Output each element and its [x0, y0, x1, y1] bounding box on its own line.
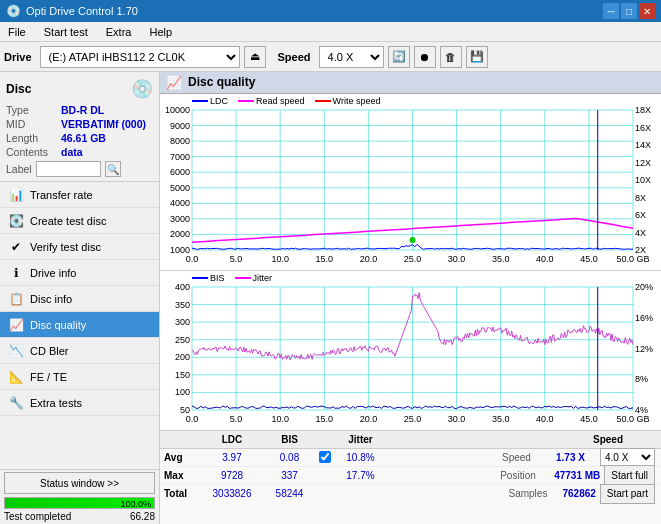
status-window-btn[interactable]: Status window >>	[4, 472, 155, 494]
ldc-color	[192, 100, 208, 102]
disc-title: Disc	[6, 82, 31, 96]
titlebar-left: 💿 Opti Drive Control 1.70	[6, 4, 138, 18]
nav-menu: 📊 Transfer rate 💽 Create test disc ✔ Ver…	[0, 182, 159, 469]
menu-file[interactable]: File	[4, 25, 30, 39]
start-full-btn[interactable]: Start full	[604, 465, 655, 485]
maximize-button[interactable]: □	[621, 3, 637, 19]
fe-te-icon: 📐	[8, 370, 24, 384]
legend-jitter-label: Jitter	[253, 273, 273, 283]
drive-select[interactable]: (E:) ATAPI iHBS112 2 CL0K	[40, 46, 240, 68]
chart-header-title: Disc quality	[188, 75, 255, 89]
avg-jitter: 10.8%	[333, 452, 388, 463]
sidebar-item-disc-quality[interactable]: 📈 Disc quality	[0, 312, 159, 338]
cd-bler-icon: 📉	[8, 344, 24, 358]
disc-mid-row: MID VERBATIMf (000)	[6, 118, 153, 130]
sidebar-item-drive-info[interactable]: ℹ Drive info	[0, 260, 159, 286]
disc-mid-label: MID	[6, 118, 61, 130]
record-button[interactable]: ⏺	[414, 46, 436, 68]
chart2-canvas	[160, 271, 661, 428]
status-text: Test completed	[4, 511, 71, 522]
sidebar-item-extra-tests[interactable]: 🔧 Extra tests	[0, 390, 159, 416]
disc-icon: 💿	[131, 78, 153, 100]
stats-col-bis-header: BIS	[262, 434, 317, 445]
menu-start-test[interactable]: Start test	[40, 25, 92, 39]
progress-text: 100.0%	[120, 498, 151, 509]
titlebar: 💿 Opti Drive Control 1.70 ─ □ ✕	[0, 0, 661, 22]
avg-ldc: 3.97	[202, 452, 262, 463]
sidebar-item-create-test-disc[interactable]: 💽 Create test disc	[0, 208, 159, 234]
content-area: 📈 Disc quality LDC Read speed	[160, 72, 661, 524]
sidebar-item-fe-te[interactable]: 📐 FE / TE	[0, 364, 159, 390]
sidebar-item-verify-test-disc[interactable]: ✔ Verify test disc	[0, 234, 159, 260]
minimize-button[interactable]: ─	[603, 3, 619, 19]
max-jitter: 17.7%	[333, 470, 388, 481]
refresh-button[interactable]: 🔄	[388, 46, 410, 68]
speed-label: Speed	[278, 51, 311, 63]
jitter-checkbox[interactable]	[319, 451, 331, 463]
titlebar-controls: ─ □ ✕	[603, 3, 655, 19]
drive-label: Drive	[4, 51, 32, 63]
status-value: 66.28	[130, 511, 155, 522]
close-button[interactable]: ✕	[639, 3, 655, 19]
nav-label-drive-info: Drive info	[30, 267, 76, 279]
chart-header-icon: 📈	[166, 75, 182, 90]
disc-mid-value: VERBATIMf (000)	[61, 118, 146, 130]
speed-label-right: Speed	[502, 452, 552, 463]
legend-write-speed-label: Write speed	[333, 96, 381, 106]
main-layout: Disc 💿 Type BD-R DL MID VERBATIMf (000) …	[0, 72, 661, 524]
disc-length-row: Length 46.61 GB	[6, 132, 153, 144]
stats-col-ldc-header: LDC	[202, 434, 262, 445]
charts-container: LDC Read speed Write speed	[160, 94, 661, 430]
sidebar-item-cd-bler[interactable]: 📉 CD Bler	[0, 338, 159, 364]
avg-bis: 0.08	[262, 452, 317, 463]
disc-label-label: Label	[6, 163, 32, 175]
disc-label-row: Label 🔍	[6, 161, 153, 177]
menubar: File Start test Extra Help	[0, 22, 661, 42]
nav-label-verify-test-disc: Verify test disc	[30, 241, 101, 253]
total-bis: 58244	[262, 488, 317, 499]
legend-write-speed: Write speed	[315, 96, 381, 106]
speed-select[interactable]: 4.0 X	[319, 46, 384, 68]
menu-help[interactable]: Help	[145, 25, 176, 39]
disc-length-value: 46.61 GB	[61, 132, 106, 144]
samples-label-right: Samples	[508, 488, 558, 499]
save-button[interactable]: 💾	[466, 46, 488, 68]
stats-speed-header: Speed	[593, 434, 623, 445]
speed-value-right: 1.73 X	[556, 452, 596, 463]
disc-label-btn[interactable]: 🔍	[105, 161, 121, 177]
start-part-btn[interactable]: Start part	[600, 484, 655, 504]
disc-label-input[interactable]	[36, 161, 101, 177]
disc-type-label: Type	[6, 104, 61, 116]
stats-panel: LDC BIS Jitter Speed Avg 3.97 0.08 10.8%…	[160, 430, 661, 524]
progress-bar: 100.0%	[4, 497, 155, 509]
eject-button[interactable]: ⏏	[244, 46, 266, 68]
menu-extra[interactable]: Extra	[102, 25, 136, 39]
write-speed-color	[315, 100, 331, 102]
nav-label-disc-quality: Disc quality	[30, 319, 86, 331]
samples-value-right: 762862	[562, 488, 595, 499]
create-test-disc-icon: 💽	[8, 214, 24, 228]
max-ldc: 9728	[202, 470, 262, 481]
nav-label-extra-tests: Extra tests	[30, 397, 82, 409]
erase-button[interactable]: 🗑	[440, 46, 462, 68]
max-label: Max	[164, 470, 202, 481]
toolbar: Drive (E:) ATAPI iHBS112 2 CL0K ⏏ Speed …	[0, 42, 661, 72]
legend-bis-label: BIS	[210, 273, 225, 283]
disc-panel: Disc 💿 Type BD-R DL MID VERBATIMf (000) …	[0, 72, 159, 182]
total-label: Total	[164, 488, 202, 499]
sidebar-item-transfer-rate[interactable]: 📊 Transfer rate	[0, 182, 159, 208]
bis-color	[192, 277, 208, 279]
disc-contents-value: data	[61, 146, 83, 158]
sidebar-item-disc-info[interactable]: 📋 Disc info	[0, 286, 159, 312]
legend-bis: BIS	[192, 273, 225, 283]
chart2-legend: BIS Jitter	[192, 273, 272, 283]
sidebar: Disc 💿 Type BD-R DL MID VERBATIMf (000) …	[0, 72, 160, 524]
status-bar: Status window >> 100.0% Test completed 6…	[0, 469, 159, 524]
speed-select-right[interactable]: 4.0 X	[600, 448, 655, 466]
legend-jitter: Jitter	[235, 273, 273, 283]
stats-col-jitter-header: Jitter	[333, 434, 388, 445]
extra-tests-icon: 🔧	[8, 396, 24, 410]
nav-label-fe-te: FE / TE	[30, 371, 67, 383]
avg-label: Avg	[164, 452, 202, 463]
max-bis: 337	[262, 470, 317, 481]
